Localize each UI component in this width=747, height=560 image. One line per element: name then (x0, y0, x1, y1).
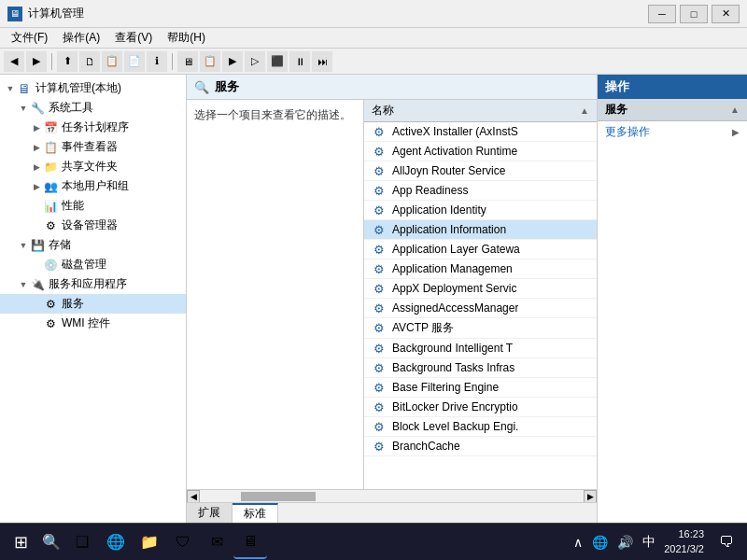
tree-label-wmi: WMI 控件 (62, 315, 110, 331)
store-icon: 🛡 (176, 534, 190, 551)
search-icon: 🔍 (42, 533, 61, 551)
taskbar-explorer[interactable]: 📁 (133, 525, 166, 559)
tree-item-system-tools[interactable]: ▼ 🔧 系统工具 (0, 98, 186, 118)
taskbar-computer-management[interactable]: 🖥 (233, 525, 267, 559)
service-item[interactable]: ⚙ Application Layer Gatewa (364, 240, 597, 259)
systray-clock[interactable]: 16:23 2021/3/2 (658, 527, 710, 556)
notification-button[interactable]: 🗨 (710, 525, 743, 559)
toolbar-btn3[interactable]: 📋 (102, 51, 122, 72)
tab-expand[interactable]: 扩展 (187, 503, 233, 523)
toolbar-btn6[interactable]: 🖥 (177, 51, 198, 72)
service-item[interactable]: ⚙ BitLocker Drive Encryptio (364, 398, 597, 417)
tree-item-disk-management[interactable]: 💿 磁盘管理 (0, 255, 186, 274)
taskbar-store[interactable]: 🛡 (166, 525, 200, 559)
toolbar-btn10[interactable]: ⬛ (267, 51, 288, 72)
service-item[interactable]: ⚙ App Readiness (364, 181, 597, 201)
service-icon-14: ⚙ (372, 399, 387, 414)
systray-network[interactable]: 🌐 (589, 535, 611, 550)
tree-item-storage[interactable]: ▼ 💾 存储 (0, 235, 186, 255)
service-item[interactable]: ⚙ BranchCache (364, 437, 597, 456)
list-header-name: 名称 (372, 103, 580, 119)
actions-sub-arrow: ▲ (730, 105, 740, 115)
tree-label-local-users: 本地用户和组 (62, 178, 129, 194)
service-item[interactable]: ⚙ ActiveX Installer (AxInstS (364, 122, 597, 142)
tree-item-device-manager[interactable]: ⚙ 设备管理器 (0, 216, 186, 235)
start-icon: ⊞ (14, 532, 28, 553)
service-name-7: Application Managemen (392, 262, 513, 275)
service-item[interactable]: ⚙ Application Managemen (364, 259, 597, 279)
toolbar-btn9[interactable]: ▷ (245, 51, 265, 72)
service-item[interactable]: ⚙ Application Information (364, 220, 597, 240)
toolbar-btn7[interactable]: 📋 (200, 51, 220, 72)
toolbar-btn2[interactable]: 🗋 (79, 51, 100, 72)
toolbar-btn8[interactable]: ▶ (222, 51, 243, 72)
service-icon-1: ⚙ (372, 144, 387, 159)
taskbar-search-button[interactable]: 🔍 (37, 528, 65, 556)
service-item[interactable]: ⚙ Base Filtering Engine (364, 378, 597, 398)
icon-system-tools: 🔧 (30, 101, 45, 116)
start-button[interactable]: ⊞ (4, 525, 37, 559)
toolbar-forward[interactable]: ▶ (26, 51, 47, 72)
service-icon-11: ⚙ (372, 341, 387, 356)
tree-item-wmi[interactable]: ⚙ WMI 控件 (0, 314, 186, 333)
tree-item-services-apps[interactable]: ▼ 🔌 服务和应用程序 (0, 274, 186, 294)
tree-label-root: 计算机管理(本地) (35, 80, 121, 96)
services-list-pane[interactable]: 名称 ▲ ⚙ ActiveX Installer (AxInstS ⚙ Agen… (364, 100, 597, 489)
service-name-13: Base Filtering Engine (392, 381, 499, 394)
systray-lang[interactable]: 中 (640, 534, 658, 551)
menu-help[interactable]: 帮助(H) (160, 28, 213, 48)
maximize-button[interactable]: □ (680, 5, 708, 23)
service-item[interactable]: ⚙ AssignedAccessManager (364, 299, 597, 318)
toolbar-up[interactable]: ⬆ (57, 51, 78, 72)
systray-chevron[interactable]: ∧ (571, 535, 585, 550)
description-pane: 选择一个项目来查看它的描述。 (187, 100, 364, 489)
menu-file[interactable]: 文件(F) (4, 28, 55, 48)
service-item[interactable]: ⚙ Application Identity (364, 201, 597, 220)
notification-icon: 🗨 (719, 534, 734, 551)
taskbar-edge[interactable]: 🌐 (99, 525, 133, 559)
close-button[interactable]: ✕ (712, 5, 740, 23)
minimize-button[interactable]: ─ (648, 5, 676, 23)
service-name-2: AllJoyn Router Service (392, 164, 505, 177)
tree-label-task-scheduler: 任务计划程序 (62, 119, 129, 135)
toolbar-btn11[interactable]: ⏸ (289, 51, 310, 72)
icon-storage: 💾 (30, 238, 45, 253)
tree-item-local-users[interactable]: ▶ 👥 本地用户和组 (0, 176, 186, 196)
service-item[interactable]: ⚙ Agent Activation Runtime (364, 142, 597, 161)
tree-item-performance[interactable]: 📊 性能 (0, 196, 186, 216)
service-name-10: AVCTP 服务 (392, 320, 454, 336)
taskbar-mail[interactable]: ✉ (200, 525, 233, 559)
toolbar-btn12[interactable]: ⏭ (312, 51, 332, 72)
tree-item-event-viewer[interactable]: ▶ 📋 事件查看器 (0, 137, 186, 157)
service-item[interactable]: ⚙ Background Intelligent T (364, 339, 597, 358)
tree-label-shared-folders: 共享文件夹 (62, 159, 118, 175)
toolbar-btn5[interactable]: ℹ (147, 51, 167, 72)
menu-action[interactable]: 操作(A) (55, 28, 107, 48)
service-icon-6: ⚙ (372, 242, 387, 257)
expander-wmi (30, 317, 43, 330)
service-item[interactable]: ⚙ AVCTP 服务 (364, 318, 597, 339)
systray-volume[interactable]: 🔊 (614, 535, 636, 550)
service-item[interactable]: ⚙ Block Level Backup Engi. (364, 417, 597, 437)
action-more[interactable]: 更多操作 ▶ (598, 121, 747, 143)
tree-item-services[interactable]: ⚙ 服务 (0, 294, 186, 314)
toolbar-btn4[interactable]: 📄 (124, 51, 145, 72)
tree-item-root[interactable]: ▼ 🖥 计算机管理(本地) (0, 78, 186, 98)
scroll-left-arrow[interactable]: ◀ (187, 490, 200, 503)
task-view-button[interactable]: ❑ (65, 525, 99, 559)
tree-item-shared-folders[interactable]: ▶ 📁 共享文件夹 (0, 157, 186, 176)
service-item[interactable]: ⚙ AppX Deployment Servic (364, 279, 597, 299)
menu-view[interactable]: 查看(V) (107, 28, 160, 48)
icon-task-scheduler: 📅 (43, 120, 58, 135)
service-name-11: Background Intelligent T (392, 342, 513, 355)
horizontal-scrollbar[interactable]: ◀ ▶ (187, 489, 597, 502)
tab-standard[interactable]: 标准 (233, 503, 278, 523)
scroll-thumb[interactable] (241, 492, 316, 501)
scroll-right-arrow[interactable]: ▶ (584, 490, 597, 503)
service-item[interactable]: ⚙ AllJoyn Router Service (364, 161, 597, 181)
mail-icon: ✉ (211, 533, 223, 551)
toolbar-back[interactable]: ◀ (4, 51, 24, 72)
tree-item-task-scheduler[interactable]: ▶ 📅 任务计划程序 (0, 118, 186, 137)
service-item[interactable]: ⚙ Background Tasks Infras (364, 358, 597, 378)
service-icon-10: ⚙ (372, 321, 387, 336)
